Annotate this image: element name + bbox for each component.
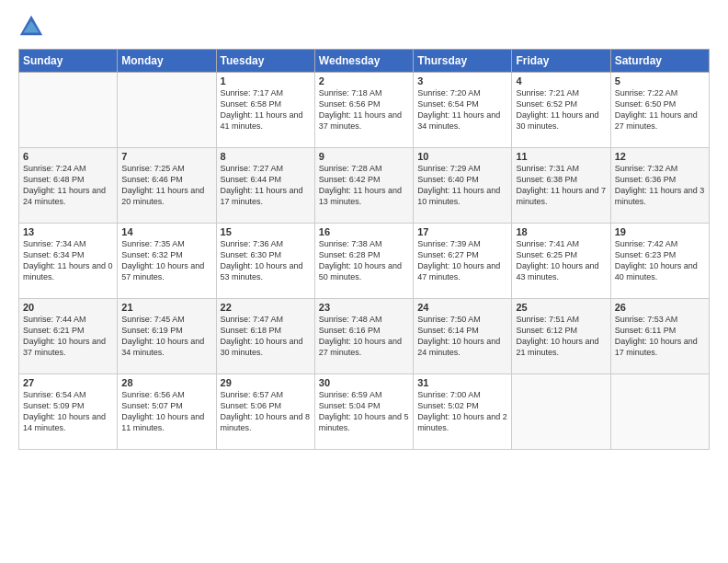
calendar-cell [512,374,610,450]
calendar-cell: 15Sunrise: 7:36 AM Sunset: 6:30 PM Dayli… [216,224,314,299]
day-info: Sunrise: 7:00 AM Sunset: 5:02 PM Dayligh… [417,389,507,434]
page: SundayMondayTuesdayWednesdayThursdayFrid… [0,0,728,459]
day-number: 1 [221,75,311,86]
calendar-row-3: 20Sunrise: 7:44 AM Sunset: 6:21 PM Dayli… [19,299,710,374]
calendar-cell: 2Sunrise: 7:18 AM Sunset: 6:56 PM Daylig… [314,73,413,148]
day-info: Sunrise: 7:32 AM Sunset: 6:36 PM Dayligh… [615,163,705,208]
calendar-cell: 13Sunrise: 7:34 AM Sunset: 6:34 PM Dayli… [19,224,118,299]
day-info: Sunrise: 6:54 AM Sunset: 5:09 PM Dayligh… [23,389,113,434]
day-number: 24 [417,302,507,313]
day-info: Sunrise: 7:22 AM Sunset: 6:50 PM Dayligh… [615,87,705,132]
day-number: 6 [23,151,113,162]
weekday-header-tuesday: Tuesday [216,50,314,73]
day-info: Sunrise: 7:34 AM Sunset: 6:34 PM Dayligh… [23,238,113,283]
calendar-cell: 16Sunrise: 7:38 AM Sunset: 6:28 PM Dayli… [314,224,413,299]
day-info: Sunrise: 7:50 AM Sunset: 6:14 PM Dayligh… [417,314,507,359]
calendar-cell: 17Sunrise: 7:39 AM Sunset: 6:27 PM Dayli… [414,224,512,299]
weekday-header-saturday: Saturday [610,50,709,73]
calendar-cell: 18Sunrise: 7:41 AM Sunset: 6:25 PM Dayli… [512,224,610,299]
calendar-cell: 8Sunrise: 7:27 AM Sunset: 6:44 PM Daylig… [216,148,314,224]
day-number: 16 [319,226,409,237]
day-number: 10 [417,151,507,162]
day-info: Sunrise: 6:59 AM Sunset: 5:04 PM Dayligh… [319,389,409,434]
calendar-cell: 23Sunrise: 7:48 AM Sunset: 6:16 PM Dayli… [314,299,413,374]
calendar-table: SundayMondayTuesdayWednesdayThursdayFrid… [18,49,710,450]
calendar-cell [19,73,118,148]
weekday-header-wednesday: Wednesday [314,50,413,73]
calendar-row-0: 1Sunrise: 7:17 AM Sunset: 6:58 PM Daylig… [19,73,710,148]
day-info: Sunrise: 7:45 AM Sunset: 6:19 PM Dayligh… [121,314,211,359]
calendar-cell: 20Sunrise: 7:44 AM Sunset: 6:21 PM Dayli… [19,299,118,374]
day-number: 15 [221,226,311,237]
calendar-cell: 25Sunrise: 7:51 AM Sunset: 6:12 PM Dayli… [512,299,610,374]
calendar-row-1: 6Sunrise: 7:24 AM Sunset: 6:48 PM Daylig… [19,148,710,224]
calendar-cell: 28Sunrise: 6:56 AM Sunset: 5:07 PM Dayli… [118,374,216,450]
day-info: Sunrise: 6:56 AM Sunset: 5:07 PM Dayligh… [121,389,211,434]
weekday-header-friday: Friday [512,50,610,73]
day-info: Sunrise: 7:53 AM Sunset: 6:11 PM Dayligh… [615,314,705,359]
day-number: 17 [417,226,507,237]
day-info: Sunrise: 7:38 AM Sunset: 6:28 PM Dayligh… [319,238,409,283]
day-info: Sunrise: 7:27 AM Sunset: 6:44 PM Dayligh… [221,163,311,208]
calendar-cell: 4Sunrise: 7:21 AM Sunset: 6:52 PM Daylig… [512,73,610,148]
calendar-cell: 24Sunrise: 7:50 AM Sunset: 6:14 PM Dayli… [414,299,512,374]
calendar-cell: 21Sunrise: 7:45 AM Sunset: 6:19 PM Dayli… [118,299,216,374]
day-info: Sunrise: 7:28 AM Sunset: 6:42 PM Dayligh… [319,163,409,208]
calendar-cell: 10Sunrise: 7:29 AM Sunset: 6:40 PM Dayli… [414,148,512,224]
day-info: Sunrise: 7:35 AM Sunset: 6:32 PM Dayligh… [121,238,211,283]
day-number: 3 [417,75,507,86]
day-info: Sunrise: 7:51 AM Sunset: 6:12 PM Dayligh… [516,314,606,359]
calendar-cell [610,374,709,450]
day-info: Sunrise: 7:21 AM Sunset: 6:52 PM Dayligh… [516,87,606,132]
day-info: Sunrise: 7:36 AM Sunset: 6:30 PM Dayligh… [221,238,311,283]
calendar-cell: 31Sunrise: 7:00 AM Sunset: 5:02 PM Dayli… [414,374,512,450]
calendar-cell: 14Sunrise: 7:35 AM Sunset: 6:32 PM Dayli… [118,224,216,299]
day-number: 18 [516,226,606,237]
day-info: Sunrise: 7:44 AM Sunset: 6:21 PM Dayligh… [23,314,113,359]
calendar-cell: 11Sunrise: 7:31 AM Sunset: 6:38 PM Dayli… [512,148,610,224]
day-info: Sunrise: 7:47 AM Sunset: 6:18 PM Dayligh… [221,314,311,359]
calendar-cell: 5Sunrise: 7:22 AM Sunset: 6:50 PM Daylig… [610,73,709,148]
calendar-cell: 30Sunrise: 6:59 AM Sunset: 5:04 PM Dayli… [314,374,413,450]
day-number: 21 [121,302,211,313]
calendar-cell: 12Sunrise: 7:32 AM Sunset: 6:36 PM Dayli… [610,148,709,224]
day-info: Sunrise: 7:17 AM Sunset: 6:58 PM Dayligh… [221,87,311,132]
day-info: Sunrise: 7:25 AM Sunset: 6:46 PM Dayligh… [121,163,211,208]
day-number: 14 [121,226,211,237]
calendar-cell: 1Sunrise: 7:17 AM Sunset: 6:58 PM Daylig… [216,73,314,148]
day-number: 4 [516,75,606,86]
day-info: Sunrise: 7:29 AM Sunset: 6:40 PM Dayligh… [417,163,507,208]
day-number: 13 [23,226,113,237]
day-number: 23 [319,302,409,313]
day-info: Sunrise: 7:39 AM Sunset: 6:27 PM Dayligh… [417,238,507,283]
calendar-cell: 22Sunrise: 7:47 AM Sunset: 6:18 PM Dayli… [216,299,314,374]
day-number: 29 [221,377,311,388]
header [18,14,710,40]
calendar-cell: 6Sunrise: 7:24 AM Sunset: 6:48 PM Daylig… [19,148,118,224]
day-info: Sunrise: 7:41 AM Sunset: 6:25 PM Dayligh… [516,238,606,283]
calendar-cell: 29Sunrise: 6:57 AM Sunset: 5:06 PM Dayli… [216,374,314,450]
day-number: 26 [615,302,705,313]
day-info: Sunrise: 6:57 AM Sunset: 5:06 PM Dayligh… [221,389,311,434]
day-info: Sunrise: 7:18 AM Sunset: 6:56 PM Dayligh… [319,87,409,132]
calendar-cell: 27Sunrise: 6:54 AM Sunset: 5:09 PM Dayli… [19,374,118,450]
logo-icon [18,14,44,40]
calendar-cell [118,73,216,148]
day-number: 12 [615,151,705,162]
calendar-row-2: 13Sunrise: 7:34 AM Sunset: 6:34 PM Dayli… [19,224,710,299]
weekday-header-sunday: Sunday [19,50,118,73]
day-info: Sunrise: 7:42 AM Sunset: 6:23 PM Dayligh… [615,238,705,283]
weekday-header-monday: Monday [118,50,216,73]
day-number: 25 [516,302,606,313]
day-number: 28 [121,377,211,388]
day-number: 19 [615,226,705,237]
day-number: 30 [319,377,409,388]
day-info: Sunrise: 7:31 AM Sunset: 6:38 PM Dayligh… [516,163,606,208]
day-number: 5 [615,75,705,86]
calendar-cell: 26Sunrise: 7:53 AM Sunset: 6:11 PM Dayli… [610,299,709,374]
day-info: Sunrise: 7:24 AM Sunset: 6:48 PM Dayligh… [23,163,113,208]
day-info: Sunrise: 7:48 AM Sunset: 6:16 PM Dayligh… [319,314,409,359]
weekday-header-thursday: Thursday [414,50,512,73]
calendar-row-4: 27Sunrise: 6:54 AM Sunset: 5:09 PM Dayli… [19,374,710,450]
day-number: 22 [221,302,311,313]
